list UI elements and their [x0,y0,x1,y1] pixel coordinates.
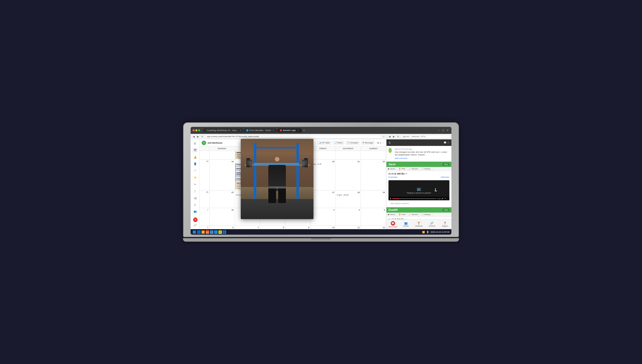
squat-tab-demo[interactable]: ▶ Demo [386,167,397,171]
nav-item-clients[interactable]: 👥 Clients [399,221,413,228]
maximize-window-button[interactable] [198,129,200,131]
squat-skip-button[interactable]: Skip [442,163,449,166]
sidebar-analytics-icon[interactable]: 📊 [193,196,198,200]
squat-add-comment[interactable]: Add Squat comment... [388,201,449,206]
tab-close-2[interactable]: ✕ [273,129,274,132]
taskbar-teams-icon[interactable]: T [210,230,213,234]
rack-right-post [296,143,299,199]
squat-tab-recent[interactable]: 📈 Recent [407,167,420,171]
lifter-belt [268,187,286,189]
fullscreen-ctrl-icon[interactable]: ⛶ [447,198,448,200]
sidebar-menu-icon[interactable]: ☰ [193,141,198,146]
settings-icon[interactable]: ⚙ [444,198,446,200]
help-fab-button[interactable]: ? [193,218,198,222]
taskbar-firefox-icon[interactable]: 🦊 [206,230,209,234]
new-tab-button[interactable]: + [303,129,305,132]
tab-close-3[interactable]: ✕ [297,129,299,132]
sidebar-notes-icon[interactable]: 📄 [193,168,198,173]
tab-coaching-workshop[interactable]: Coaching Workshop #4 - Goo... ✕ [203,128,243,132]
address-bar-left[interactable]: app.turnkey.coach/calendar?id=1274#curre… [205,135,382,138]
squat-tab-history[interactable]: 🕐 History [420,167,432,171]
tab-zoom[interactable]: Post Attendee - Zoom ✕ [244,128,277,132]
nav-item-workouts[interactable]: 🏋 Workouts [413,221,426,228]
template-button[interactable]: 📋 Template [346,141,360,145]
sidebar-star-icon[interactable]: ⭐ [193,175,198,179]
windows-start-button[interactable]: ⊞ [193,230,196,234]
nav-item-messenger[interactable]: 💬 Messenger [386,220,399,229]
deadlift-tab-history[interactable]: 🕐 History [420,213,432,216]
tab-barbell-logic[interactable]: Barbell Logic ✕ [277,128,302,132]
nav-item-support[interactable]: ❓ Support [438,221,451,228]
trackpad [311,238,331,240]
forward-button[interactable]: ▶ [196,135,200,138]
sidebar-tools-icon[interactable]: ✂ [193,182,198,186]
deadlift-tab-recent[interactable]: 📈 Recent [407,213,420,216]
deadlift-skip-button[interactable]: Skip [442,209,449,211]
sidebar-calendar-icon[interactable]: 📅 [193,148,198,152]
forward-button-right[interactable]: ▶ [392,135,395,138]
cal-cell-mon-16: 16 [210,160,235,191]
progress-bar[interactable] [392,198,436,199]
sidebar-team-icon[interactable]: 👥 [193,209,198,214]
right-app-content: ☰ 💬 ⤢ C a [386,139,451,219]
reload-button[interactable]: ↻ [201,135,204,138]
address-bar-right[interactable]: app.turn... | slient/cal.../1274/... [401,135,450,138]
nav-item-connect[interactable]: 🔗 Connect [425,221,438,228]
squat-download-link[interactable]: Download [388,176,397,178]
week-col-header [200,146,210,151]
workout-count: 618 Workouts [208,142,222,144]
mouse-cursor [435,188,437,191]
more-options-icon[interactable]: ⋮ [382,142,384,144]
grid-view-icon[interactable]: ⊞ [377,142,379,144]
reload-button-right[interactable]: ↻ [396,135,400,138]
restore-btn[interactable]: ▢ [441,129,445,132]
sidebar-notifications-icon[interactable]: 🔔 [193,155,198,159]
taskbar-folder-icon[interactable]: 📁 [201,230,205,234]
add-comment-link[interactable]: Add comment... [395,157,449,159]
squat-edit-icon[interactable]: ✏ [406,173,407,175]
deadlift-tab-demo[interactable]: ▶ Demo [386,213,397,216]
taskbar-app-icon[interactable]: B [223,230,226,234]
taskbar-edge-icon[interactable]: e [197,230,201,234]
support-icon: ❓ [443,222,447,225]
notes-button[interactable]: 📝 Notes [333,141,344,145]
minimize-window-button[interactable] [195,129,197,131]
taskbar-zoom-icon[interactable]: Z [214,230,218,234]
weight-left-inner [250,160,252,167]
laptop-lid: Coaching Workshop #4 - Goo... ✕ Post Att… [183,122,459,237]
windows-taskbar: ⊞ e 📁 🦊 T Z 🌐 B 📶 🔋 [191,229,451,235]
squat-tab-prs[interactable]: 🏆 PRs [397,167,407,171]
laptop-container: Coaching Workshop #4 - Goo... ✕ Post Att… [183,122,459,242]
tab-close-1[interactable]: ✕ [240,129,242,132]
expand-icon[interactable]: ⤢ [447,141,449,144]
taskbar-chrome-icon[interactable]: 🌐 [218,230,222,234]
sidebar-nutrition-icon[interactable]: 🍴 [193,189,198,193]
event-el-gym: el gym - Detroit [336,194,360,196]
window-controls [193,129,200,131]
left-address-bar-row: ◀ ▶ ↻ app.turnkey.coach/calendar?id=1274… [191,134,386,139]
taskbar-pinned-icons: e 📁 🦊 T Z 🌐 B [197,230,226,234]
back-button-right[interactable]: ◀ [388,135,391,138]
message-body: Hey changed my mind, let's turn off VFD … [395,151,449,156]
chat-icon[interactable]: 💬 [444,141,446,144]
pr-table-button[interactable]: 📊 PR Table [317,141,331,145]
star-icon[interactable]: ☆ [383,135,385,138]
battery-icon: 🔋 [426,231,429,233]
close-window-button[interactable] [193,129,195,131]
sidebar-alert-icon[interactable]: ⚠ [193,203,198,207]
close-btn[interactable]: ✕ [446,129,449,132]
cal-cell-4: 4 [336,208,361,226]
minimize-btn[interactable]: ─ [438,129,441,132]
deadlift-tab-prs[interactable]: 🏆 PRs [397,213,407,216]
volume-icon[interactable]: 🔊 [441,198,444,200]
week-num-2: 25 [200,191,210,208]
list-view-icon[interactable]: ≡ [380,142,381,144]
squat-fullscreen-link[interactable]: fullscreen [441,176,449,178]
right-hamburger-icon[interactable]: ☰ [388,141,391,144]
pause-button[interactable]: ⏸ [389,198,391,200]
sidebar-profile-icon[interactable]: 👤 [193,162,198,166]
message-button[interactable]: ✉ Message [361,141,374,145]
back-button[interactable]: ◀ [192,135,195,138]
sidebar-trends-icon[interactable]: 📈 [193,223,198,227]
rack-top-cross [254,147,299,148]
